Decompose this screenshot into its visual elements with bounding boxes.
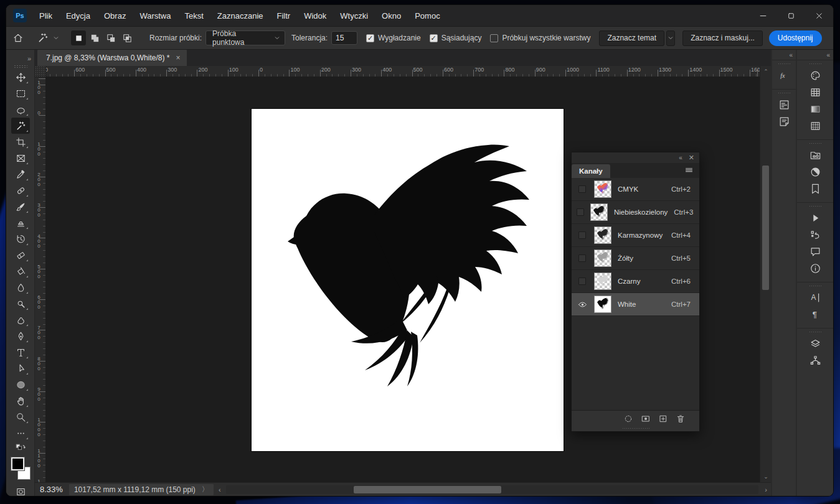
new-channel-icon[interactable]: [658, 414, 668, 424]
panel-resize-grip[interactable]: [572, 426, 699, 431]
subtract-from-selection-button[interactable]: [103, 30, 118, 45]
panel-collapse-icon[interactable]: «: [679, 154, 682, 161]
tool-ellipse-shape[interactable]: [11, 376, 30, 393]
visibility-eye-icon[interactable]: [577, 300, 588, 309]
tool-history-brush[interactable]: [11, 231, 30, 247]
scroll-right-icon[interactable]: ›: [761, 486, 771, 493]
visibility-checkbox[interactable]: [577, 231, 588, 240]
horizontal-ruler[interactable]: 0600500400300200100010020030040050060070…: [46, 66, 760, 77]
tool-hand[interactable]: [11, 393, 30, 409]
dock-group-drag-handle[interactable]: [778, 92, 790, 95]
checkbox-box[interactable]: ✓: [430, 34, 438, 42]
sample-size-select[interactable]: Próbka punktowa: [205, 30, 285, 45]
channel-row-cmyk[interactable]: CMYKCtrl+2: [572, 178, 699, 201]
panel-gradient-icon[interactable]: [806, 101, 824, 118]
tool-rectangular-marquee[interactable]: [11, 85, 30, 101]
channel-thumbnail[interactable]: [594, 296, 611, 313]
menu-widok[interactable]: Widok: [298, 9, 332, 23]
document-tab[interactable]: 7.jpg @ 8,33% (Warstwa 0,White/8) * ×: [37, 50, 187, 66]
menu-edycja[interactable]: Edycja: [60, 9, 96, 23]
tool-spot-healing[interactable]: [11, 182, 30, 198]
new-selection-button[interactable]: [71, 30, 86, 45]
home-button[interactable]: [12, 30, 24, 46]
delete-icon[interactable]: [676, 414, 686, 424]
visibility-checkbox[interactable]: [577, 277, 588, 286]
select-subject-dropdown[interactable]: [666, 30, 675, 46]
panel-history-icon[interactable]: [806, 226, 824, 243]
tab-channels[interactable]: Kanały: [572, 164, 610, 178]
status-expander-icon[interactable]: 〉: [202, 485, 209, 494]
tool-crop[interactable]: [11, 134, 30, 150]
tab-close-icon[interactable]: ×: [176, 54, 180, 62]
panel-character-icon[interactable]: A: [806, 289, 824, 306]
channel-row-czarny[interactable]: CzarnyCtrl+6: [572, 270, 699, 293]
maximize-button[interactable]: [777, 5, 805, 26]
close-button[interactable]: [805, 5, 833, 26]
channel-row-karmazynowy[interactable]: KarmazynowyCtrl+4: [572, 224, 699, 247]
channel-row-white[interactable]: WhiteCtrl+7: [572, 293, 699, 316]
share-button[interactable]: Udostępnij: [769, 30, 822, 46]
tool-eraser[interactable]: [11, 247, 30, 263]
checkbox-box[interactable]: [490, 34, 498, 42]
load-selection-icon[interactable]: [623, 414, 633, 424]
menu-pomoc[interactable]: Pomoc: [409, 9, 445, 23]
dock-group-drag-handle[interactable]: [809, 63, 821, 65]
panel-fx-icon[interactable]: fx: [775, 67, 793, 84]
channel-thumbnail[interactable]: [590, 203, 608, 221]
dock-collapse-icon[interactable]: «: [797, 50, 833, 60]
menu-okno[interactable]: Okno: [376, 9, 407, 23]
tool-type[interactable]: [11, 344, 30, 360]
tool-smudge[interactable]: [11, 312, 30, 328]
panel-paths-icon[interactable]: [806, 352, 824, 369]
save-selection-icon[interactable]: [641, 414, 651, 424]
minimize-button[interactable]: [749, 5, 777, 26]
menu-filtr[interactable]: Filtr: [271, 9, 296, 23]
menu-plik[interactable]: Plik: [34, 9, 58, 23]
notifications-bell-icon[interactable]: [832, 30, 833, 46]
menu-obraz[interactable]: Obraz: [98, 9, 131, 23]
tolerance-input[interactable]: [331, 31, 357, 45]
foreground-color-swatch[interactable]: [11, 457, 24, 470]
panel-paragraph-icon[interactable]: ¶: [806, 306, 824, 323]
quick-mask-button[interactable]: [11, 483, 30, 496]
toolbar-collapse-icon[interactable]: »: [27, 55, 31, 62]
document-info[interactable]: 1017,52 mm x 1119,12 mm (150 ppi) 〉: [69, 484, 214, 495]
panel-pattern-icon[interactable]: [806, 118, 824, 134]
panel-notes-icon[interactable]: [775, 113, 793, 130]
menu-warstwa[interactable]: Warstwa: [134, 9, 176, 23]
tool-magic-wand[interactable]: [11, 118, 30, 134]
panel-layers-icon[interactable]: [806, 335, 824, 352]
intersect-selection-button[interactable]: [120, 30, 134, 45]
tool-brush[interactable]: [11, 198, 30, 215]
menu-zaznaczanie[interactable]: Zaznaczanie: [212, 9, 269, 23]
panel-color-table-icon[interactable]: [806, 84, 824, 101]
panel-actions-icon[interactable]: [806, 210, 824, 226]
scroll-down-icon[interactable]: ⌄: [760, 472, 772, 481]
dock-group-drag-handle[interactable]: [778, 63, 790, 65]
channel-thumbnail[interactable]: [594, 226, 611, 244]
tool-eyedropper[interactable]: [11, 166, 30, 182]
visibility-checkbox[interactable]: [577, 208, 584, 217]
checkbox-pr-bkuj-wszystkie-warstwy[interactable]: Próbkuj wszystkie warstwy: [490, 34, 590, 42]
vertical-scrollbar[interactable]: ⌃ ⌄: [760, 66, 771, 482]
panel-adjustments-icon[interactable]: [806, 164, 824, 180]
panel-close-icon[interactable]: ✕: [689, 154, 694, 162]
dock-group-drag-handle[interactable]: [809, 142, 821, 145]
dock-group-drag-handle[interactable]: [809, 285, 821, 287]
panel-styles-icon[interactable]: [806, 180, 824, 197]
panel-menu-icon[interactable]: [684, 165, 699, 178]
checkbox-wyg-adzanie[interactable]: ✓Wygładzanie: [366, 34, 421, 42]
tool-lasso[interactable]: [11, 101, 30, 118]
scroll-left-icon[interactable]: ‹: [214, 486, 226, 493]
channel-row-żółty[interactable]: ŻółtyCtrl+5: [572, 247, 699, 270]
menu-tekst[interactable]: Tekst: [179, 9, 209, 23]
ruler-origin-corner[interactable]: [35, 66, 46, 77]
scroll-up-icon[interactable]: ⌃: [760, 67, 772, 76]
tool-blur[interactable]: [11, 279, 30, 296]
panel-swatches-icon[interactable]: [806, 67, 824, 84]
tool-preset-picker[interactable]: [32, 29, 62, 47]
checkbox-s-siaduj-cy[interactable]: ✓Sąsiadujący: [430, 34, 482, 42]
tool-pen[interactable]: [11, 328, 30, 344]
dock-group-drag-handle[interactable]: [809, 331, 821, 334]
dock-collapse-icon[interactable]: «: [772, 50, 796, 60]
